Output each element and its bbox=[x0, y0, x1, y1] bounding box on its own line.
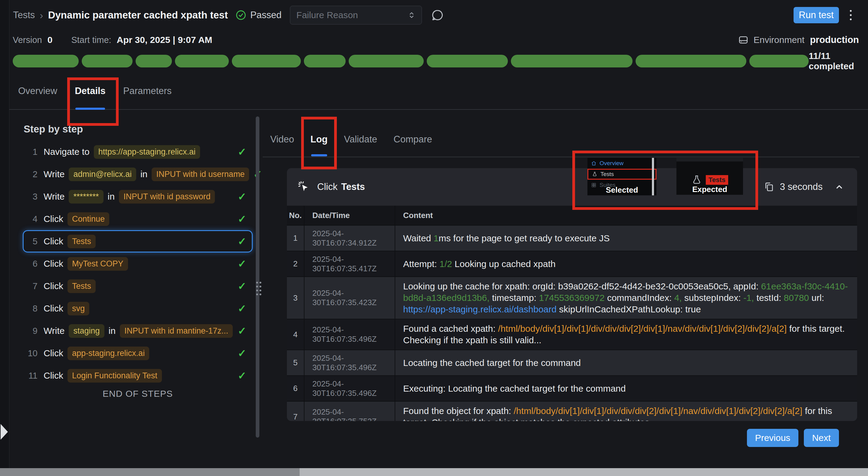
tab-compare[interactable]: Compare bbox=[394, 134, 432, 156]
step-target-badge: Tests bbox=[67, 279, 96, 293]
log-row-content: Found the object for xpath: /html/body/d… bbox=[395, 402, 857, 421]
step-number: 7 bbox=[25, 281, 37, 291]
log-row-number: 7 bbox=[287, 402, 305, 421]
step-row[interactable]: 3Write********inINPUT with id password✓ bbox=[23, 185, 253, 208]
step-row[interactable]: 4ClickContinue✓ bbox=[23, 208, 253, 230]
horizontal-scrollbar-thumb[interactable] bbox=[0, 468, 300, 476]
log-row: 22025-04-30T16:07:35.417ZAttempt: 1/2 Lo… bbox=[287, 251, 857, 277]
step-success-check-icon: ✓ bbox=[238, 146, 247, 158]
log-row-number: 2 bbox=[287, 251, 305, 276]
tab-parameters[interactable]: Parameters bbox=[123, 86, 172, 110]
progress-segment[interactable] bbox=[427, 55, 508, 67]
tab-log[interactable]: Log bbox=[311, 134, 328, 156]
log-text: Executing: Locating the cached target fo… bbox=[403, 383, 626, 394]
step-number: 6 bbox=[25, 259, 37, 269]
breadcrumb[interactable]: Tests bbox=[13, 10, 35, 21]
start-time-label: Start time: bbox=[71, 35, 111, 45]
step-number: 9 bbox=[25, 326, 37, 336]
detail-tab-bar: Video Log Validate Compare bbox=[270, 134, 432, 156]
step-success-check-icon: ✓ bbox=[238, 258, 247, 270]
horizontal-scrollbar-track[interactable] bbox=[0, 468, 868, 476]
copy-icon[interactable] bbox=[764, 181, 774, 192]
step-row[interactable]: 1Navigate tohttps://app-staging.relicx.a… bbox=[23, 141, 253, 163]
progress-segment[interactable] bbox=[82, 55, 132, 67]
log-value-highlight: 80780 bbox=[784, 293, 812, 303]
progress-segment[interactable] bbox=[349, 55, 424, 67]
version-label: Version bbox=[13, 35, 42, 45]
log-row: 12025-04-30T16:07:34.912ZWaited 1ms for … bbox=[287, 226, 857, 251]
log-row-number: 5 bbox=[287, 350, 305, 375]
step-value-badge: https://app-staging.relicx.ai bbox=[94, 145, 200, 159]
next-button[interactable]: Next bbox=[804, 429, 839, 447]
step-action-text: Click bbox=[43, 303, 63, 314]
log-text: Waited bbox=[403, 233, 434, 243]
progress-segment[interactable] bbox=[175, 55, 229, 67]
log-row-content: Executing: Locating the cached target fo… bbox=[395, 379, 857, 398]
step-success-check-icon: ✓ bbox=[238, 191, 247, 203]
failure-reason-select[interactable]: Failure Reason bbox=[290, 6, 422, 25]
steps-scrollbar[interactable] bbox=[256, 116, 259, 438]
step-action-text: Click bbox=[43, 281, 63, 291]
step-number: 3 bbox=[25, 192, 37, 202]
step-row[interactable]: 9WritestaginginINPUT with id mantine-17z… bbox=[23, 320, 253, 342]
progress-segment[interactable] bbox=[135, 55, 172, 67]
progress-segment[interactable] bbox=[749, 55, 809, 67]
progress-bar bbox=[13, 55, 809, 67]
step-row[interactable]: 2Writeadmin@relicx.aiinINPUT with id use… bbox=[23, 163, 253, 185]
run-test-button[interactable]: Run test bbox=[794, 7, 839, 23]
passed-check-icon bbox=[235, 9, 247, 21]
column-content: Content bbox=[395, 206, 857, 225]
progress-completed-label: 11/11 completed bbox=[809, 51, 859, 71]
previous-button[interactable]: Previous bbox=[747, 429, 798, 447]
progress-segment[interactable] bbox=[511, 55, 632, 67]
step-by-step-heading: Step by step bbox=[24, 124, 83, 135]
failure-reason-placeholder: Failure Reason bbox=[296, 10, 358, 20]
start-time-value: Apr 30, 2025 | 9:07 AM bbox=[117, 35, 213, 45]
kebab-menu-icon[interactable] bbox=[850, 9, 851, 22]
log-row: 72025-04-30T16:07:35.753ZFound the objec… bbox=[287, 402, 857, 421]
step-action-text: Click bbox=[43, 370, 63, 381]
log-row-number: 1 bbox=[287, 226, 305, 251]
environment-value: production bbox=[810, 34, 859, 45]
log-header-controls: 3 seconds bbox=[764, 168, 844, 206]
step-value-badge: admin@relicx.ai bbox=[69, 168, 136, 181]
step-target-badge: INPUT with id password bbox=[119, 190, 215, 204]
log-row: 42025-04-30T16:07:35.496ZFound a cached … bbox=[287, 319, 857, 350]
log-text: skipUrlInCachedXPathLookup: true bbox=[559, 304, 701, 314]
tab-video[interactable]: Video bbox=[270, 134, 294, 156]
selected-screenshot-thumbnail[interactable]: Overview Tests Suites Selected bbox=[587, 158, 656, 195]
meta-row: Version 0 Start time: Apr 30, 2025 | 9:0… bbox=[13, 30, 859, 49]
step-row[interactable]: 11ClickLogin Functionality Test✓ bbox=[23, 365, 253, 387]
expected-label: Expected bbox=[676, 185, 743, 194]
step-success-check-icon: ✓ bbox=[238, 325, 247, 337]
sidebar-expand-arrow[interactable] bbox=[1, 424, 8, 440]
tab-overview[interactable]: Overview bbox=[18, 86, 57, 110]
log-value-highlight: 1/2 bbox=[439, 259, 455, 269]
status-badge: Passed bbox=[250, 10, 281, 21]
step-row[interactable]: 8Clicksvg✓ bbox=[23, 297, 253, 320]
step-target-badge: INPUT with id username bbox=[152, 168, 249, 181]
log-row-number: 4 bbox=[287, 319, 305, 349]
step-row[interactable]: 5ClickTests✓ bbox=[23, 230, 253, 252]
left-rail bbox=[0, 0, 9, 468]
panel-resize-grip-icon[interactable] bbox=[255, 280, 261, 297]
log-row-timestamp: 2025-04-30T16:07:35.496Z bbox=[305, 319, 395, 349]
step-row[interactable]: 7ClickTests✓ bbox=[23, 275, 253, 297]
step-row[interactable]: 6ClickMyTest COPY✓ bbox=[23, 252, 253, 275]
tab-details[interactable]: Details bbox=[75, 86, 105, 110]
column-no: No. bbox=[287, 206, 305, 225]
progress-segment[interactable] bbox=[636, 55, 746, 67]
log-xpath-highlight: /html/body/div[1]/div[1]/div/div/div[2]/… bbox=[498, 324, 787, 334]
log-table-header: No. Date/Time Content bbox=[287, 206, 857, 226]
progress-segment[interactable] bbox=[304, 55, 346, 67]
progress-segment[interactable] bbox=[13, 55, 79, 67]
progress-segment[interactable] bbox=[232, 55, 301, 67]
step-duration: 3 seconds bbox=[780, 181, 823, 192]
step-row[interactable]: 10Clickapp-staging.relicx.ai✓ bbox=[23, 342, 253, 365]
comment-icon[interactable] bbox=[431, 8, 444, 22]
log-url-link[interactable]: https://app-staging.relicx.ai/dashboard bbox=[403, 304, 559, 314]
collapse-chevron-icon[interactable] bbox=[835, 182, 844, 192]
tab-validate[interactable]: Validate bbox=[344, 134, 377, 156]
expected-screenshot-thumbnail[interactable]: Tests Expected bbox=[676, 158, 743, 195]
log-text: substepIndex: bbox=[684, 293, 743, 303]
